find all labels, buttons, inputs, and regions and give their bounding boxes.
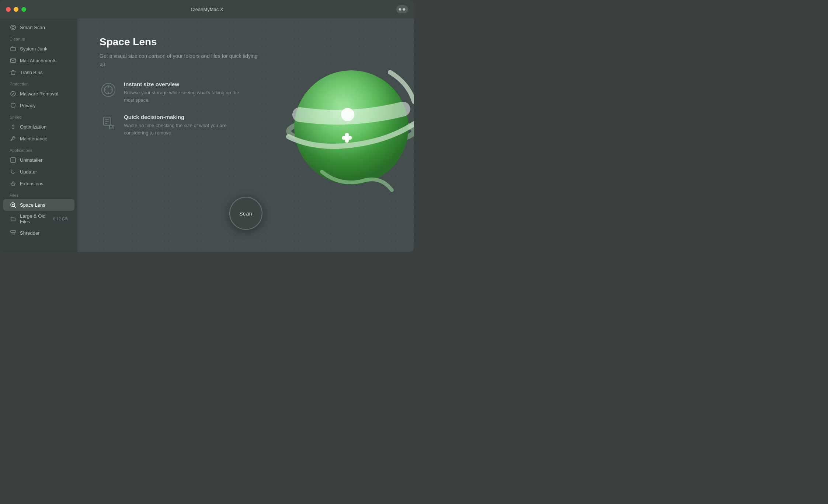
sidebar-label-privacy: Privacy <box>20 103 68 108</box>
sidebar-item-extensions[interactable]: Extensions <box>3 178 74 189</box>
svg-point-8 <box>11 91 15 96</box>
titlebar-actions: ●● <box>396 5 408 13</box>
close-button[interactable] <box>6 7 11 12</box>
sidebar-label-optimization: Optimization <box>20 124 68 130</box>
sidebar-item-optimization[interactable]: Optimization <box>3 121 74 133</box>
svg-rect-15 <box>12 184 14 186</box>
smart-scan-icon <box>10 24 16 31</box>
svg-rect-20 <box>11 231 15 232</box>
more-options-button[interactable]: ●● <box>396 5 408 13</box>
svg-rect-40 <box>345 133 349 143</box>
svg-point-24 <box>102 83 115 97</box>
svg-point-36 <box>289 118 414 144</box>
svg-point-1 <box>12 26 14 28</box>
titlebar: CleanMyMac X ●● <box>0 0 414 18</box>
updater-icon <box>10 168 16 175</box>
sidebar-item-malware-removal[interactable]: Malware Removal <box>3 88 74 99</box>
trash-bins-icon <box>10 69 16 76</box>
uninstaller-icon <box>10 157 16 163</box>
svg-point-37 <box>294 70 408 185</box>
svg-rect-41 <box>342 136 352 140</box>
malware-removal-icon <box>10 90 16 97</box>
maximize-button[interactable] <box>21 7 26 12</box>
privacy-icon <box>10 102 16 109</box>
instant-size-icon <box>100 81 117 99</box>
sidebar-item-maintenance[interactable]: Maintenance <box>3 133 74 144</box>
sidebar-label-large-old-files: Large & Old Files <box>20 213 49 224</box>
feature-quick-decision-desc: Waste no time checking the size of what … <box>124 122 242 136</box>
sidebar-label-maintenance: Maintenance <box>20 136 68 141</box>
sidebar-label-smart-scan: Smart Scan <box>20 25 68 30</box>
svg-rect-30 <box>104 117 110 125</box>
shredder-icon <box>10 230 16 236</box>
section-label-cleanup: Cleanup <box>0 33 77 43</box>
sidebar-label-uninstaller: Uninstaller <box>20 157 68 163</box>
section-label-applications: Applications <box>0 144 77 154</box>
feature-instant-size: Instant size overview Browse your storag… <box>100 81 262 104</box>
section-label-speed: Speed <box>0 111 77 121</box>
sidebar: Smart Scan Cleanup System Junk <box>0 18 77 252</box>
system-junk-icon <box>10 45 16 52</box>
sidebar-label-malware-removal: Malware Removal <box>20 91 68 97</box>
large-old-files-badge: 6.12 GB <box>53 217 68 221</box>
sidebar-label-mail-attachments: Mail Attachments <box>20 58 68 63</box>
sidebar-item-space-lens[interactable]: Space Lens <box>3 199 74 211</box>
sidebar-item-large-old-files[interactable]: Large & Old Files 6.12 GB <box>3 211 74 227</box>
scan-button-wrap: Scan <box>229 197 262 230</box>
sidebar-item-updater[interactable]: Updater <box>3 166 74 178</box>
sidebar-label-extensions: Extensions <box>20 181 68 186</box>
feature-instant-size-desc: Browse your storage while seeing what's … <box>124 89 242 104</box>
feature-quick-decision-title: Quick decision-making <box>124 114 242 120</box>
sidebar-item-smart-scan[interactable]: Smart Scan <box>3 21 74 33</box>
svg-point-0 <box>11 25 15 30</box>
svg-point-39 <box>341 108 354 121</box>
space-lens-icon <box>10 202 16 208</box>
minimize-button[interactable] <box>14 7 18 12</box>
sidebar-item-privacy[interactable]: Privacy <box>3 99 74 111</box>
page-title: Space Lens <box>100 36 262 48</box>
main-layout: Smart Scan Cleanup System Junk <box>0 18 414 252</box>
extensions-icon <box>10 180 16 187</box>
svg-point-38 <box>294 70 408 185</box>
sidebar-item-trash-bins[interactable]: Trash Bins <box>3 66 74 78</box>
feature-instant-size-title: Instant size overview <box>124 81 242 87</box>
sidebar-label-trash-bins: Trash Bins <box>20 70 68 75</box>
svg-rect-6 <box>11 48 15 51</box>
large-old-files-icon <box>10 216 16 222</box>
sidebar-item-uninstaller[interactable]: Uninstaller <box>3 154 74 166</box>
app-window: CleanMyMac X ●● Smart Sc <box>0 0 414 252</box>
optimization-icon <box>10 123 16 130</box>
section-label-protection: Protection <box>0 78 77 88</box>
sidebar-label-shredder: Shredder <box>20 230 68 236</box>
section-label-files: Files <box>0 189 77 199</box>
sidebar-item-shredder[interactable]: Shredder <box>3 227 74 239</box>
sidebar-item-mail-attachments[interactable]: Mail Attachments <box>3 55 74 66</box>
content-main: Space Lens Get a visual size comparison … <box>100 36 262 147</box>
traffic-lights <box>6 7 26 12</box>
window-title: CleanMyMac X <box>191 7 223 12</box>
mail-attachments-icon <box>10 57 16 64</box>
sidebar-label-system-junk: System Junk <box>20 46 68 52</box>
planet-illustration <box>278 50 414 205</box>
content-area: Space Lens Get a visual size comparison … <box>77 18 414 252</box>
svg-line-17 <box>14 206 15 207</box>
sidebar-label-space-lens: Space Lens <box>20 202 68 208</box>
scan-button[interactable]: Scan <box>229 197 262 230</box>
sidebar-label-updater: Updater <box>20 169 68 175</box>
page-subtitle: Get a visual size comparison of your fol… <box>100 52 262 68</box>
feature-quick-decision: Quick decision-making Waste no time chec… <box>100 114 262 136</box>
sidebar-item-system-junk[interactable]: System Junk <box>3 43 74 55</box>
quick-decision-icon <box>100 114 117 132</box>
maintenance-icon <box>10 135 16 142</box>
